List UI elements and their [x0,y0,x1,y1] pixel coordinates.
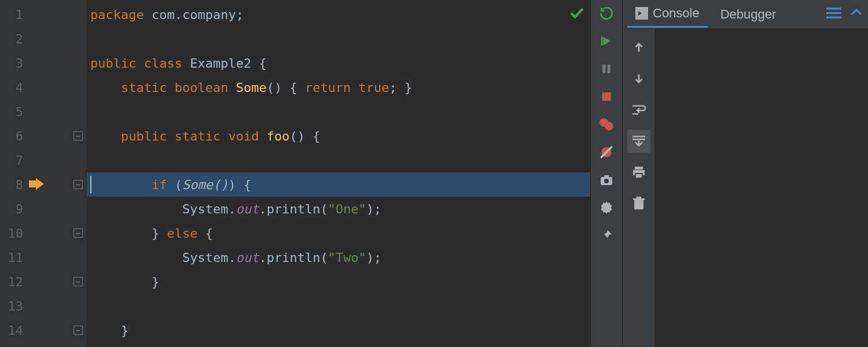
svg-point-7 [605,122,613,131]
restore-icon [849,6,863,19]
editor[interactable]: 1234567891011121314 package com.company;… [0,0,590,347]
editor-gutter[interactable]: 1234567891011121314 [0,0,87,347]
gutter-row[interactable]: 9 [0,197,86,221]
panel-body [623,29,868,347]
token-dim: System. [90,250,236,265]
svg-rect-15 [826,8,841,9]
token-dim [90,226,152,241]
token-dim: System. [90,202,236,216]
stop-button[interactable] [598,88,615,105]
token-pun: { [259,56,266,71]
inspection-ok-icon[interactable] [569,6,584,24]
gutter-row[interactable]: 3 [0,51,86,75]
tab-debugger[interactable]: Debugger [712,1,785,28]
fold-toggle-icon[interactable] [73,277,83,286]
gutter-row[interactable]: 2 [0,27,86,51]
token-str: "Two" [328,250,366,265]
svg-marker-1 [604,37,611,46]
line-number: 11 [7,250,23,265]
token-pun: } [152,275,159,289]
token-call-it: Some() [182,178,228,192]
line-number: 7 [7,153,23,168]
svg-point-11 [604,179,609,183]
view-breakpoints-button[interactable] [598,116,615,133]
token-pun: ) { [228,178,251,192]
token-dim [90,80,121,95]
gutter-row[interactable]: 1 [0,2,86,27]
restore-button[interactable] [849,6,863,22]
terminal-icon [635,7,648,20]
code-line[interactable]: public class Example2 { [87,51,590,75]
line-number: 14 [7,323,23,338]
print-button[interactable] [627,161,650,184]
rerun-button[interactable] [598,5,615,22]
code-line[interactable]: } [87,270,590,294]
resume-button[interactable] [598,32,615,50]
svg-rect-12 [604,175,609,178]
fold-toggle-icon[interactable] [73,131,83,141]
code-line[interactable] [87,99,590,124]
code-line[interactable]: if (Some()) { [87,172,590,197]
line-number: 8 [7,178,23,192]
token-kw: return true [305,80,389,95]
pin-button[interactable] [598,227,615,244]
fold-toggle-icon[interactable] [73,228,83,238]
token-dim: com.company [152,8,236,22]
gutter-row[interactable]: 5 [0,99,86,124]
run-toolbar [590,0,623,347]
gutter-row[interactable]: 4 [0,75,86,99]
code-line[interactable]: System.out.println("One"); [87,197,590,221]
token-kw: static boolean [121,80,236,95]
token-pun: ; [236,8,244,22]
code-line[interactable]: } [87,318,590,342]
scroll-to-end-button[interactable] [627,130,650,153]
mute-breakpoints-button[interactable] [598,143,615,161]
clear-button[interactable] [627,192,650,215]
gutter-row[interactable]: 13 [0,294,86,318]
svg-rect-3 [602,65,605,73]
gutter-row[interactable]: 7 [0,148,86,172]
code-line[interactable] [87,148,590,172]
code-line[interactable]: } else { [87,221,590,245]
gutter-row[interactable]: 10 [0,221,86,245]
execution-pointer-icon [29,178,45,191]
token-pun: } [152,226,167,241]
up-button[interactable] [627,36,650,59]
fold-toggle-icon[interactable] [73,180,83,189]
gutter-row[interactable]: 12 [0,270,86,294]
code-line[interactable] [87,27,590,51]
code-area[interactable]: package com.company;public class Example… [87,0,590,347]
code-line[interactable]: static boolean Some() { return true; } [87,75,590,99]
camera-button[interactable] [598,171,615,189]
code-line[interactable]: System.out.println("Two"); [87,245,590,270]
token-str: "One" [328,202,366,216]
code-line[interactable]: public static void foo() { [87,124,590,148]
down-button[interactable] [627,67,650,90]
settings-button[interactable] [598,199,615,216]
tab-console[interactable]: Console [627,1,708,28]
svg-marker-14 [638,11,642,16]
gutter-row[interactable]: 11 [0,245,86,270]
token-dim [90,178,152,192]
token-dim: .println( [259,202,328,216]
token-pun: } [121,323,128,338]
pause-button[interactable] [598,60,615,77]
gutter-row[interactable]: 14 [0,318,86,342]
token-out: out [236,202,259,216]
gutter-row[interactable]: 6 [0,124,86,148]
console-output[interactable] [655,29,868,347]
fold-toggle-icon[interactable] [73,326,83,335]
layout-button[interactable] [826,6,841,22]
code-line[interactable]: package com.company; [87,2,590,27]
token-pun: () { [289,129,320,143]
tab-label: Debugger [720,7,777,22]
code-line[interactable] [87,294,590,318]
line-number: 6 [7,129,23,143]
svg-rect-2 [601,37,603,46]
gutter-row[interactable]: 8 [0,172,86,197]
token-pun: ); [366,250,382,265]
wrap-button[interactable] [627,98,650,121]
svg-rect-28 [633,198,645,200]
token-dim [90,275,152,289]
panel-tab-bar: ConsoleDebugger [623,0,868,29]
